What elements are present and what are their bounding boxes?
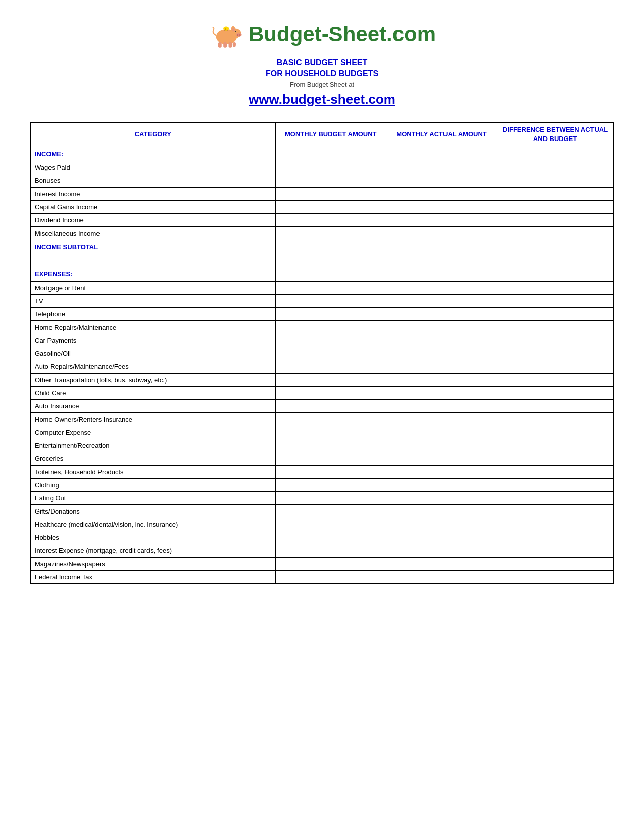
- svg-rect-11: [233, 42, 236, 47]
- svg-point-3: [237, 34, 239, 36]
- row-label: Mortgage or Rent: [31, 281, 276, 294]
- website-link[interactable]: www.budget-sheet.com: [30, 91, 614, 107]
- table-row: Magazines/Newspapers: [31, 557, 614, 570]
- table-row: Other Transportation (tolls, bus, subway…: [31, 373, 614, 386]
- row-label: Healthcare (medical/dental/vision, inc. …: [31, 518, 276, 531]
- table-row: Auto Insurance: [31, 399, 614, 412]
- table-row: Entertainment/Recreation: [31, 439, 614, 452]
- pig-icon: $: [208, 20, 243, 48]
- table-row: Clothing: [31, 478, 614, 491]
- title-line1: BASIC BUDGET SHEET: [30, 57, 614, 68]
- table-row: Gasoline/Oil: [31, 347, 614, 360]
- table-header-row: CATEGORY MONTHLY BUDGET AMOUNT MONTHLY A…: [31, 123, 614, 147]
- row-label: Home Owners/Renters Insurance: [31, 412, 276, 426]
- budget-table: CATEGORY MONTHLY BUDGET AMOUNT MONTHLY A…: [30, 122, 614, 583]
- section-header-income: INCOME:: [31, 147, 614, 161]
- section-label-expenses: EXPENSES:: [31, 267, 276, 281]
- from-text: From Budget Sheet at: [30, 80, 614, 90]
- row-label: Gasoline/Oil: [31, 347, 276, 360]
- table-row: Home Repairs/Maintenance: [31, 320, 614, 334]
- header-monthly-budget: MONTHLY BUDGET AMOUNT: [275, 123, 386, 147]
- header-difference: DIFFERENCE BETWEEN ACTUAL AND BUDGET: [497, 123, 614, 147]
- row-label: Telephone: [31, 307, 276, 320]
- row-label: Capital Gains Income: [31, 200, 276, 213]
- logo-text: Budget-Sheet.com: [249, 22, 436, 47]
- row-label: Interest Expense (mortgage, credit cards…: [31, 544, 276, 557]
- row-label: Clothing: [31, 478, 276, 491]
- row-label: TV: [31, 294, 276, 307]
- svg-rect-9: [223, 42, 227, 48]
- svg-point-2: [236, 33, 242, 37]
- header: $ Budget-Sheet.com BASIC BUDGET SHEET FO…: [30, 20, 614, 107]
- row-label: Groceries: [31, 452, 276, 465]
- row-label: Dividend Income: [31, 213, 276, 226]
- section-header-expenses: EXPENSES:: [31, 267, 614, 281]
- table-row: Mortgage or Rent: [31, 281, 614, 294]
- row-label: Magazines/Newspapers: [31, 557, 276, 570]
- row-label: Hobbies: [31, 531, 276, 544]
- table-row: Interest Income: [31, 187, 614, 200]
- table-row: Interest Expense (mortgage, credit cards…: [31, 544, 614, 557]
- row-label: Bonuses: [31, 174, 276, 187]
- row-label: Other Transportation (tolls, bus, subway…: [31, 373, 276, 386]
- table-row: Healthcare (medical/dental/vision, inc. …: [31, 518, 614, 531]
- empty-row: [31, 254, 614, 267]
- table-row: Home Owners/Renters Insurance: [31, 412, 614, 426]
- table-row: Toiletries, Household Products: [31, 465, 614, 478]
- table-row: Bonuses: [31, 174, 614, 187]
- row-label: Auto Insurance: [31, 399, 276, 412]
- table-row: Miscellaneous Income: [31, 226, 614, 240]
- table-row: Telephone: [31, 307, 614, 320]
- row-label: Computer Expense: [31, 426, 276, 439]
- header-category: CATEGORY: [31, 123, 276, 147]
- table-row: Eating Out: [31, 491, 614, 504]
- table-row: Groceries: [31, 452, 614, 465]
- svg-rect-8: [218, 42, 222, 48]
- table-row: TV: [31, 294, 614, 307]
- row-label: Eating Out: [31, 491, 276, 504]
- section-label-income-subtotal: INCOME SUBTOTAL: [31, 240, 276, 254]
- svg-text:$: $: [225, 27, 226, 30]
- table-row: Car Payments: [31, 334, 614, 347]
- svg-point-4: [239, 34, 241, 36]
- row-label: Auto Repairs/Maintenance/Fees: [31, 360, 276, 373]
- row-label: Entertainment/Recreation: [31, 439, 276, 452]
- row-label: Toiletries, Household Products: [31, 465, 276, 478]
- table-row: Federal Income Tax: [31, 570, 614, 583]
- monthly-actual-label: MONTHLY ACTUAL AMOUNT: [396, 130, 486, 138]
- table-row: Capital Gains Income: [31, 200, 614, 213]
- table-row: Hobbies: [31, 531, 614, 544]
- table-row: Computer Expense: [31, 426, 614, 439]
- subtitle-block: BASIC BUDGET SHEET FOR HOUSEHOLD BUDGETS…: [30, 57, 614, 107]
- table-row: Wages Paid: [31, 161, 614, 174]
- monthly-budget-label: MONTHLY BUDGET AMOUNT: [285, 130, 377, 138]
- table-row: Auto Repairs/Maintenance/Fees: [31, 360, 614, 373]
- svg-rect-10: [228, 42, 232, 48]
- section-label-income: INCOME:: [31, 147, 276, 161]
- header-monthly-actual: MONTHLY ACTUAL AMOUNT: [386, 123, 497, 147]
- row-label: Interest Income: [31, 187, 276, 200]
- table-row: Dividend Income: [31, 213, 614, 226]
- row-label: Wages Paid: [31, 161, 276, 174]
- row-label: Miscellaneous Income: [31, 226, 276, 240]
- difference-label: DIFFERENCE BETWEEN ACTUAL AND BUDGET: [503, 126, 608, 143]
- logo-area: $ Budget-Sheet.com: [30, 20, 614, 48]
- row-label: Child Care: [31, 386, 276, 399]
- section-header-income-subtotal: INCOME SUBTOTAL: [31, 240, 614, 254]
- row-label: Gifts/Donations: [31, 504, 276, 518]
- table-row: Gifts/Donations: [31, 504, 614, 518]
- row-label: Home Repairs/Maintenance: [31, 320, 276, 334]
- table-row: Child Care: [31, 386, 614, 399]
- row-label: Car Payments: [31, 334, 276, 347]
- page: $ Budget-Sheet.com BASIC BUDGET SHEET FO…: [0, 0, 644, 834]
- row-label: Federal Income Tax: [31, 570, 276, 583]
- title-line2: FOR HOUSEHOLD BUDGETS: [30, 68, 614, 79]
